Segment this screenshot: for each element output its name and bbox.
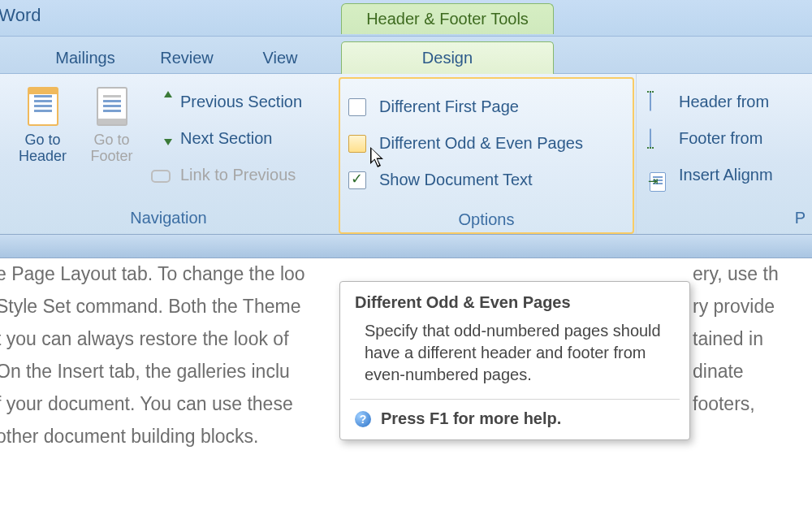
footer-distance-icon xyxy=(650,129,669,149)
checkbox-icon xyxy=(348,98,366,116)
rowitem-label: Show Document Text xyxy=(379,171,533,189)
tab-label: Design xyxy=(422,49,473,67)
different-odd-even-checkbox[interactable]: Different Odd & Even Pages xyxy=(348,125,583,162)
next-section-icon xyxy=(151,129,171,149)
alignment-tab-icon xyxy=(650,166,669,185)
bigbtn-line1: Go to xyxy=(93,132,129,149)
doc-line: footers, xyxy=(693,388,755,420)
tab-mailings[interactable]: Mailings xyxy=(37,43,134,73)
doc-line: ry provide xyxy=(693,291,775,322)
help-icon: ? xyxy=(355,411,371,427)
doc-line: dinate xyxy=(693,356,744,387)
ribbon: Go to Header Go to Footer Previous Secti… xyxy=(0,74,812,235)
doc-line: e Page Layout tab. To change the loo xyxy=(0,258,305,290)
tooltip-footer-text: Press F1 for more help. xyxy=(381,409,561,428)
link-icon xyxy=(151,166,171,185)
tab-label: Mailings xyxy=(55,49,114,67)
doc-line: other document building blocks. xyxy=(0,421,258,452)
rowitem-label: Link to Previous xyxy=(180,166,296,184)
doc-line: tained in xyxy=(693,323,763,355)
group-title: Navigation xyxy=(0,209,337,227)
header-distance-icon xyxy=(650,93,669,112)
tab-review[interactable]: Review xyxy=(146,43,227,73)
different-first-page-checkbox[interactable]: Different First Page xyxy=(348,89,583,125)
rowitem-label: Next Section xyxy=(180,129,272,148)
bigbtn-line2: Header xyxy=(19,149,67,165)
go-to-footer-button[interactable]: Go to Footer xyxy=(77,80,146,194)
next-section-button[interactable]: Next Section xyxy=(151,120,302,157)
rowitem-label: Footer from xyxy=(679,129,762,148)
doc-line: t you can always restore the look of xyxy=(0,323,289,355)
contextual-tab-label: Header & Footer Tools xyxy=(366,10,529,28)
tooltip-body: Specify that odd-numbered pages should h… xyxy=(340,317,689,399)
tooltip: Different Odd & Even Pages Specify that … xyxy=(339,281,690,440)
page-header-icon xyxy=(28,87,58,126)
app-title: ft Word xyxy=(0,5,41,26)
previous-section-button[interactable]: Previous Section xyxy=(151,84,302,120)
insert-alignment-tab-button[interactable]: Insert Alignm xyxy=(650,157,773,193)
ruler-bar xyxy=(0,235,812,258)
rowitem-label: Different Odd & Even Pages xyxy=(379,134,583,153)
doc-line: ery, use th xyxy=(693,258,779,290)
tab-view[interactable]: View xyxy=(244,43,317,73)
ribbon-tab-row: Mailings Review View Design xyxy=(0,37,812,74)
footer-from-bottom-input[interactable]: Footer from xyxy=(650,120,773,157)
show-document-text-checkbox[interactable]: Show Document Text xyxy=(348,162,583,198)
tooltip-footer: ? Press F1 for more help. xyxy=(340,400,689,439)
bigbtn-line1: Go to xyxy=(24,132,60,149)
checkbox-icon xyxy=(348,135,366,153)
doc-line: Style Set command. Both the Theme xyxy=(0,291,300,322)
group-position: Header from Footer from Insert Alignm P xyxy=(636,74,812,234)
header-from-top-input[interactable]: Header from xyxy=(650,84,773,120)
page-footer-icon xyxy=(97,87,127,126)
previous-section-icon xyxy=(151,93,171,112)
rowitem-label: Different First Page xyxy=(379,97,519,116)
rowitem-label: Previous Section xyxy=(180,93,302,111)
title-bar: ft Word Header & Footer Tools xyxy=(0,0,812,37)
tab-label: Review xyxy=(160,49,214,67)
doc-line: On the Insert tab, the galleries inclu xyxy=(0,356,290,387)
rowitem-label: Header from xyxy=(679,93,769,111)
word-window: ft Word Header & Footer Tools Mailings R… xyxy=(0,0,812,528)
group-options: Different First Page Different Odd & Eve… xyxy=(339,77,634,234)
tab-design[interactable]: Design xyxy=(341,41,554,74)
checkbox-icon xyxy=(348,171,366,189)
tooltip-title: Different Odd & Even Pages xyxy=(340,282,689,317)
doc-line: f your document. You can use these xyxy=(0,388,293,420)
rowitem-label: Insert Alignm xyxy=(679,166,773,184)
tab-label: View xyxy=(263,49,298,67)
go-to-header-button[interactable]: Go to Header xyxy=(8,80,77,194)
group-title: P xyxy=(637,209,806,227)
link-to-previous-button[interactable]: Link to Previous xyxy=(151,157,302,193)
bigbtn-line2: Footer xyxy=(90,149,132,165)
contextual-tab-header-footer[interactable]: Header & Footer Tools xyxy=(341,3,554,34)
group-title: Options xyxy=(340,210,633,229)
group-navigation: Go to Header Go to Footer Previous Secti… xyxy=(0,74,337,234)
